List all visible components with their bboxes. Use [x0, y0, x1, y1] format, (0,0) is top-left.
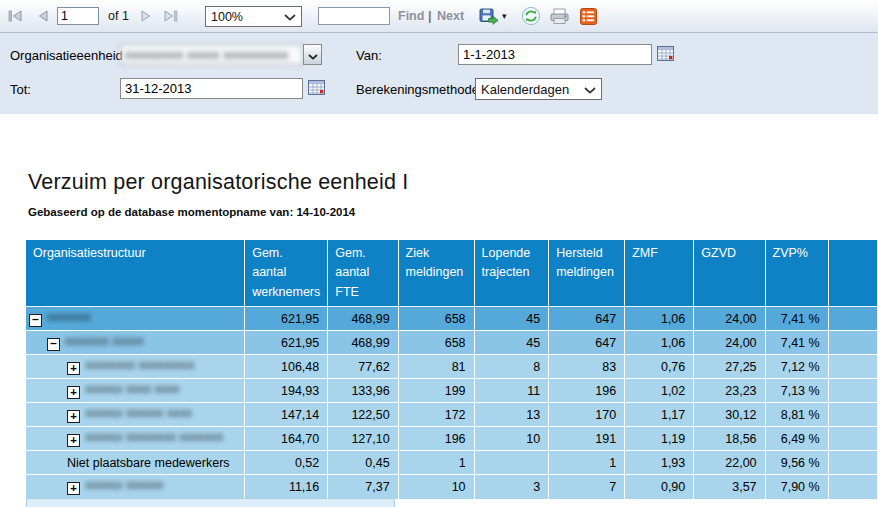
- col-header-zmf: ZMF: [625, 240, 694, 307]
- value-cell-fte: 127,10: [328, 427, 398, 451]
- value-cell-lopend: 8: [474, 355, 549, 379]
- find-text-input[interactable]: [318, 7, 390, 25]
- page-count-label: of 1: [108, 9, 129, 23]
- value-cell-hersteld: 7: [549, 475, 625, 499]
- org-unit-cell: −xxxxxxx xxxxx: [26, 331, 245, 355]
- report-viewer-window: Tonen tot niveau: werkgever Organisaties…: [0, 0, 878, 507]
- value-cell-zmf: 0,90: [625, 475, 694, 499]
- expand-toggle-icon[interactable]: +: [67, 434, 80, 447]
- value-cell-lopend: 11: [474, 379, 549, 403]
- table-row: −xxxxxxx xxxxx621,95468,99658456471,0624…: [26, 331, 878, 355]
- table-row: +xxxxxxxx xxxxxxxxx106,4877,62818830,762…: [26, 355, 878, 379]
- tot-calendar-icon[interactable]: [308, 79, 326, 96]
- value-cell-clipped: [828, 307, 877, 331]
- next-page-button[interactable]: [140, 10, 151, 22]
- value-cell-clipped: [828, 427, 877, 451]
- van-date-input[interactable]: [458, 44, 652, 65]
- value-cell-ziek: 1: [398, 451, 474, 475]
- tot-date-input[interactable]: [120, 78, 303, 99]
- organisatieeenheid-input[interactable]: xxxxxxxxx xxxxx xxxxxxxxxx: [120, 44, 303, 65]
- value-cell-zmf: 1,19: [625, 427, 694, 451]
- previous-page-button[interactable]: [38, 10, 49, 22]
- org-unit-cell: +xxxxxx xxxxxx: [26, 475, 245, 499]
- export-dropdown-caret: ▾: [502, 11, 507, 21]
- table-row: +xxxxxx xxxxxx xxxx147,14122,50172131701…: [26, 403, 878, 427]
- expand-toggle-icon[interactable]: +: [67, 386, 80, 399]
- value-cell-lopend: 10: [474, 427, 549, 451]
- report-subtitle: Gebaseerd op de database momentopname va…: [28, 206, 355, 218]
- organisatieeenheid-dropdown-button[interactable]: [303, 44, 322, 65]
- org-unit-cell: Niet plaatsbare medewerkers: [26, 451, 245, 475]
- expand-toggle-icon[interactable]: +: [67, 482, 80, 495]
- value-cell-zvp: 7,41 %: [765, 307, 828, 331]
- org-unit-cell: +xxxxxx xxxx xxxx: [26, 379, 245, 403]
- value-cell-fte: 77,62: [328, 355, 398, 379]
- expand-toggle-icon[interactable]: +: [67, 362, 80, 375]
- value-cell-clipped: [828, 355, 877, 379]
- value-cell-clipped: [828, 331, 877, 355]
- value-cell-werknemers: 621,95: [245, 307, 328, 331]
- first-page-button[interactable]: [8, 10, 23, 22]
- refresh-button[interactable]: [521, 6, 541, 26]
- value-cell-werknemers: 621,95: [245, 331, 328, 355]
- chevron-down-icon: [584, 82, 596, 97]
- value-cell-lopend: 13: [474, 403, 549, 427]
- export-button[interactable]: ▾: [479, 8, 507, 25]
- next-row-group-clipped: [26, 498, 395, 507]
- table-header-row: Organisatiestructuur Gem. aantal werknem…: [26, 240, 878, 307]
- value-cell-hersteld: 647: [549, 331, 625, 355]
- next-result-link[interactable]: Next: [437, 9, 464, 23]
- value-cell-gzvd: 3,57: [694, 475, 765, 499]
- value-cell-clipped: [828, 475, 877, 499]
- value-cell-fte: 468,99: [328, 331, 398, 355]
- value-cell-clipped: [828, 451, 877, 475]
- van-calendar-icon[interactable]: [657, 45, 675, 62]
- zoom-select[interactable]: 100%: [205, 6, 302, 27]
- org-unit-label: Niet plaatsbare medewerkers: [67, 456, 230, 470]
- print-button[interactable]: [549, 8, 570, 25]
- tot-label: Tot:: [10, 82, 31, 97]
- org-unit-label: xxxxxxx: [47, 310, 91, 324]
- value-cell-hersteld: 83: [549, 355, 625, 379]
- value-cell-zmf: 1,93: [625, 451, 694, 475]
- find-link[interactable]: Find: [398, 9, 424, 23]
- value-cell-zvp: 7,90 %: [765, 475, 828, 499]
- value-cell-zmf: 1,06: [625, 307, 694, 331]
- col-header-gem-aantal-werknemers: Gem. aantal werknemers: [245, 240, 328, 307]
- col-header-lopende-trajecten: Lopende trajecten: [474, 240, 549, 307]
- last-page-button[interactable]: [163, 10, 178, 22]
- page-number-input[interactable]: [57, 7, 99, 25]
- value-cell-hersteld: 196: [549, 379, 625, 403]
- table-row: +xxxxxx xxxxxxxx xxxxxxx164,70127,101961…: [26, 427, 878, 451]
- report-toolbar: of 1 100% Find | Next: [0, 0, 878, 33]
- berekeningsmethode-select[interactable]: Kalenderdagen: [475, 78, 602, 100]
- value-cell-lopend: 45: [474, 331, 549, 355]
- col-header-ziekmeldingen: Ziek meldingen: [398, 240, 474, 307]
- value-cell-ziek: 81: [398, 355, 474, 379]
- value-cell-lopend: [474, 451, 549, 475]
- expand-toggle-icon[interactable]: +: [67, 410, 80, 423]
- collapse-toggle-icon[interactable]: −: [29, 314, 42, 327]
- value-cell-gzvd: 24,00: [694, 331, 765, 355]
- table-row: Niet plaatsbare medewerkers0,520,45111,9…: [26, 451, 878, 475]
- value-cell-werknemers: 0,52: [245, 451, 328, 475]
- value-cell-gzvd: 22,00: [694, 451, 765, 475]
- value-cell-gzvd: 23,23: [694, 379, 765, 403]
- value-cell-gzvd: 24,00: [694, 307, 765, 331]
- table-row: −xxxxxxx621,95468,99658456471,0624,007,4…: [26, 307, 878, 331]
- value-cell-fte: 133,96: [328, 379, 398, 403]
- value-cell-hersteld: 647: [549, 307, 625, 331]
- org-unit-label: xxxxxx xxxxxx xxxx: [85, 406, 192, 420]
- organisatieeenheid-label: Organisatieeenheid: [10, 48, 123, 63]
- org-unit-cell: +xxxxxxxx xxxxxxxxx: [26, 355, 245, 379]
- value-cell-gzvd: 30,12: [694, 403, 765, 427]
- collapse-toggle-icon[interactable]: −: [47, 338, 60, 351]
- value-cell-clipped: [828, 403, 877, 427]
- value-cell-hersteld: 191: [549, 427, 625, 451]
- org-unit-cell: +xxxxxx xxxxxxxx xxxxxxx: [26, 427, 245, 451]
- value-cell-clipped: [828, 379, 877, 403]
- org-unit-cell: −xxxxxxx: [26, 307, 245, 331]
- table-row: +xxxxxx xxxxxx11,167,3710370,903,577,90 …: [26, 475, 878, 499]
- berekeningsmethode-label: Berekeningsmethode: [356, 82, 479, 97]
- export-data-feed-button[interactable]: [580, 8, 597, 25]
